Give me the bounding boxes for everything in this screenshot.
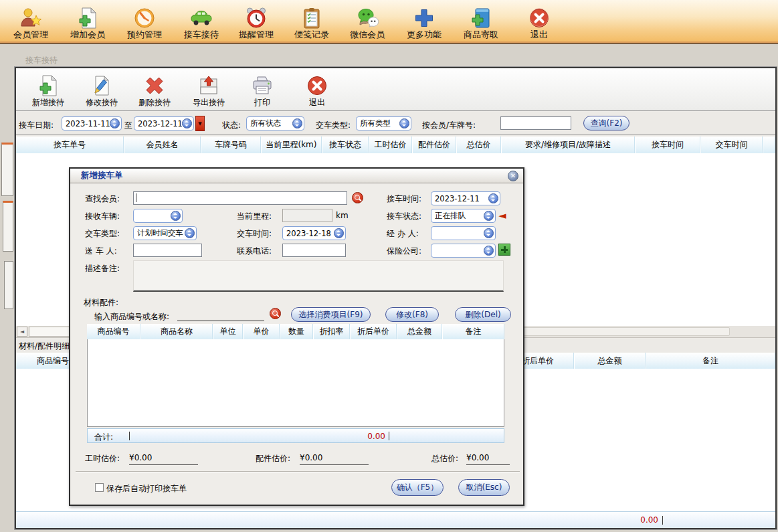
spinner-icon[interactable] bbox=[292, 118, 302, 128]
materials-total-label: 合计: bbox=[94, 432, 113, 443]
column-header: 单价 bbox=[243, 324, 280, 339]
date-from-select[interactable]: 2023-11-11 bbox=[62, 116, 122, 130]
dialog-titlebar[interactable]: 新增接车单 bbox=[70, 169, 523, 183]
grand-estimate-label: 总估价: bbox=[431, 453, 458, 464]
confirm-button[interactable]: 确认（F5） bbox=[391, 479, 444, 496]
background-window-edge bbox=[1, 143, 13, 196]
operator-select[interactable] bbox=[431, 226, 496, 240]
column-header: 单位 bbox=[213, 324, 243, 339]
toolbar-item-label: 微信会员 bbox=[350, 29, 385, 40]
detail-total-row: 0.00 bbox=[16, 511, 775, 528]
toolbar-item-goods-deposit[interactable]: 商品寄取 bbox=[453, 4, 509, 40]
spinner-icon[interactable] bbox=[484, 246, 494, 256]
plus-icon bbox=[413, 7, 435, 29]
spinner-icon[interactable] bbox=[171, 211, 181, 221]
modify-reception-button[interactable]: 修改接待 bbox=[75, 70, 128, 108]
toolbar-item-more[interactable]: 更多功能 bbox=[396, 4, 452, 40]
deliver-time-select[interactable]: 2023-12-18 bbox=[282, 226, 346, 240]
status-arrow-icon: ◄ bbox=[498, 211, 506, 221]
new-reception-button[interactable]: 新增接待 bbox=[21, 70, 75, 108]
receive-time-select[interactable]: 2023-12-11 bbox=[431, 191, 500, 205]
materials-search-magnifier-icon[interactable] bbox=[270, 308, 281, 319]
toolbar-item-member-manage[interactable]: 会员管理 bbox=[3, 4, 59, 40]
toolbar-bottom-strip bbox=[0, 41, 778, 44]
column-header: 会员姓名 bbox=[124, 137, 201, 153]
status-filter-select[interactable]: 所有状态 bbox=[246, 116, 304, 130]
column-header: 总金额 bbox=[397, 324, 442, 339]
reception-table-header: 接车单号 会员姓名 车牌号码 当前里程(km) 接车状态 工时估价 配件估价 总… bbox=[16, 137, 775, 153]
cancel-button[interactable]: 取消(Esc) bbox=[458, 479, 510, 496]
toolbar-item-add-member[interactable]: 增加会员 bbox=[60, 4, 116, 40]
status-filter-value: 所有状态 bbox=[250, 118, 292, 128]
text-caret bbox=[389, 432, 389, 440]
to-label: 至 bbox=[124, 120, 132, 131]
search-member-input[interactable] bbox=[133, 191, 347, 205]
column-header-filler bbox=[763, 137, 775, 153]
spinner-icon[interactable] bbox=[484, 211, 494, 221]
toolbar-item-appointment[interactable]: 预约管理 bbox=[116, 4, 173, 40]
toolbar-item-exit[interactable]: 退出 bbox=[511, 4, 567, 40]
date-filter-label: 接车日期: bbox=[19, 120, 54, 131]
modify-item-button[interactable]: 修改(F8) bbox=[385, 307, 439, 322]
sender-input[interactable] bbox=[133, 244, 202, 257]
toolbar-item-reminder[interactable]: 提醒管理 bbox=[228, 4, 284, 40]
phone-input[interactable] bbox=[282, 244, 346, 257]
delete-item-button[interactable]: 删除(Del) bbox=[455, 307, 511, 322]
materials-table-body[interactable] bbox=[87, 339, 504, 427]
spinner-icon[interactable] bbox=[484, 228, 494, 238]
query-button[interactable]: 查询(F2) bbox=[583, 116, 629, 130]
spinner-icon[interactable] bbox=[334, 228, 344, 238]
add-member-icon bbox=[76, 7, 99, 29]
receive-time-label: 接车时间: bbox=[387, 193, 421, 205]
materials-search-input[interactable] bbox=[177, 309, 264, 321]
text-caret bbox=[136, 193, 136, 202]
spinner-icon[interactable] bbox=[399, 118, 409, 128]
add-insurer-button[interactable] bbox=[498, 244, 510, 256]
auto-print-label: 保存后自动打印接车单 bbox=[106, 483, 187, 495]
toolbar-item-wechat[interactable]: 微信会员 bbox=[339, 4, 395, 40]
materials-total-value: 0.00 bbox=[325, 432, 385, 441]
deliver-type-filter-select[interactable]: 所有类型 bbox=[356, 116, 411, 130]
dialog-close-button[interactable]: ✕ bbox=[508, 171, 518, 181]
export-reception-button[interactable]: 导出接待 bbox=[182, 70, 235, 108]
date-to-select[interactable]: 2023-12-11 bbox=[134, 116, 194, 130]
materials-table-header: 商品编号 商品名称 单位 单价 数量 折扣率 折后单价 总金额 备注 bbox=[87, 324, 504, 339]
button-label: 打印 bbox=[254, 97, 270, 108]
button-label: 删除(Del) bbox=[465, 309, 500, 321]
spinner-icon[interactable] bbox=[488, 193, 498, 203]
mileage-input bbox=[282, 209, 332, 222]
deliver-time-value: 2023-12-18 bbox=[286, 229, 334, 238]
toolbar-item-label: 增加会员 bbox=[70, 29, 105, 40]
toolbar-item-notes[interactable]: 便笺记录 bbox=[284, 4, 340, 40]
button-label: 确认（F5） bbox=[397, 482, 439, 493]
column-header: 总估价 bbox=[456, 137, 501, 153]
insurer-select[interactable] bbox=[431, 244, 496, 258]
receive-time-value: 2023-12-11 bbox=[435, 194, 488, 203]
column-header: 配件估价 bbox=[412, 137, 456, 153]
remark-textarea[interactable] bbox=[133, 260, 504, 292]
member-filter-label: 按会员/车牌号: bbox=[422, 120, 476, 131]
delete-reception-button[interactable]: 删除接待 bbox=[128, 70, 181, 108]
date-dropdown-button[interactable]: ▼ bbox=[195, 116, 205, 131]
car-icon bbox=[190, 7, 213, 29]
background-window-edge bbox=[3, 201, 13, 252]
member-filter-input[interactable] bbox=[500, 116, 571, 130]
toolbar-item-car-reception[interactable]: 接车接待 bbox=[173, 4, 229, 40]
select-consume-item-button[interactable]: 选择消费项目(F9) bbox=[291, 307, 371, 322]
toolbar-item-label: 更多功能 bbox=[407, 29, 442, 40]
button-label: 修改接待 bbox=[86, 97, 118, 108]
search-member-magnifier-icon[interactable] bbox=[352, 192, 363, 203]
spinner-icon[interactable] bbox=[110, 118, 120, 128]
toolbar-item-label: 会员管理 bbox=[13, 29, 48, 40]
spinner-icon[interactable] bbox=[185, 228, 195, 238]
toolbar-item-label: 接车接待 bbox=[184, 29, 219, 40]
vehicle-select[interactable] bbox=[133, 209, 183, 223]
status-select[interactable]: 正在排队 bbox=[431, 209, 496, 223]
spinner-icon[interactable] bbox=[182, 118, 192, 128]
column-header: 接车状态 bbox=[322, 137, 369, 153]
scroll-left-button[interactable]: ◄ bbox=[17, 327, 27, 337]
deliver-type-select[interactable]: 计划时间交车 bbox=[133, 226, 197, 240]
print-button[interactable]: 打印 bbox=[235, 70, 289, 108]
auto-print-checkbox[interactable] bbox=[95, 483, 104, 492]
exit-reception-button[interactable]: 退出 bbox=[290, 70, 344, 108]
